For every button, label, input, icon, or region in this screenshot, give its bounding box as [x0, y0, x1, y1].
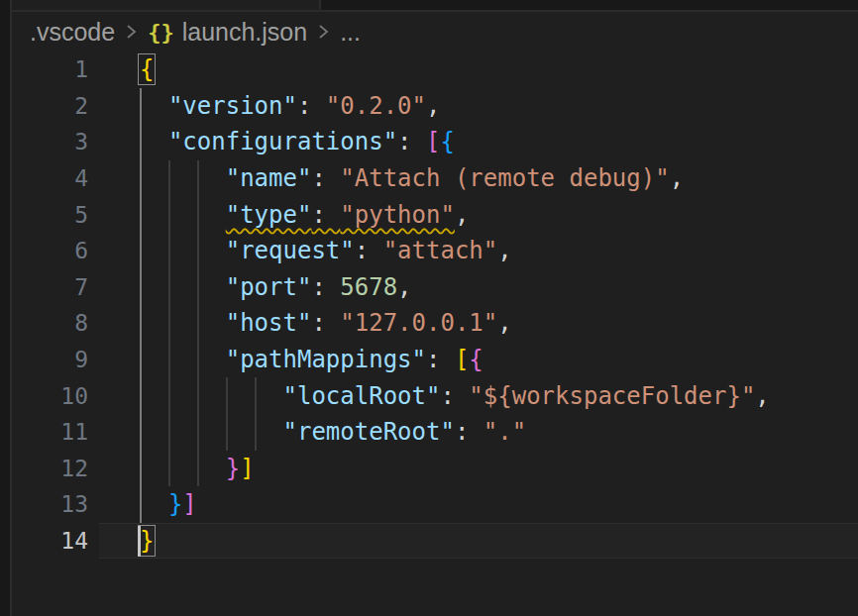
code-line-content: "host": "127.0.0.1", — [140, 309, 512, 337]
code-token: "." — [483, 418, 526, 446]
code-line-1[interactable]: 1{ — [12, 51, 858, 88]
code-token: "type" — [226, 201, 312, 229]
vscode-window: .vscode {} launch.json ... 1{2 "version"… — [0, 0, 858, 616]
code-token — [140, 346, 226, 373]
code-token: ] — [240, 455, 254, 482]
breadcrumb-file[interactable]: launch.json — [182, 18, 307, 47]
code-token: , — [397, 273, 411, 301]
code-token: "python" — [340, 201, 455, 229]
indent-guide — [255, 377, 257, 450]
code-token: : — [311, 309, 340, 337]
code-token: : — [355, 237, 383, 264]
tab-divider — [319, 0, 321, 10]
current-line-highlight — [99, 523, 858, 560]
code-token: "port" — [226, 273, 312, 301]
chevron-right-icon — [123, 22, 140, 42]
code-token: 5678 — [340, 273, 397, 301]
line-number[interactable]: 2 — [12, 93, 88, 119]
code-token: "0.2.0" — [326, 92, 426, 120]
code-token: "Attach (remote debug)" — [340, 164, 669, 192]
code-line-content: "localRoot": "${workspaceFolder}", — [140, 382, 770, 410]
code-line-content: "pathMappings": [{ — [140, 346, 483, 373]
code-token — [140, 490, 168, 518]
line-number[interactable]: 3 — [12, 129, 88, 154]
code-token: : — [311, 201, 340, 229]
indent-guide — [226, 377, 228, 450]
code-line-content: }] — [140, 490, 197, 518]
code-token: ] — [182, 490, 196, 518]
code-token: , — [670, 164, 684, 192]
code-lines[interactable]: 1{2 "version": "0.2.0",3 "configurations… — [12, 51, 858, 616]
code-token — [140, 164, 226, 192]
code-token: : — [297, 92, 326, 120]
code-token — [140, 382, 283, 410]
code-token: : — [440, 382, 469, 410]
text-cursor — [138, 526, 141, 557]
breadcrumb-symbol[interactable]: ... — [340, 18, 361, 47]
line-number[interactable]: 9 — [12, 347, 88, 372]
breadcrumb: .vscode {} launch.json ... — [12, 12, 858, 51]
code-token: "host" — [226, 309, 312, 337]
code-token — [140, 309, 226, 337]
code-token — [140, 418, 283, 446]
code-token — [140, 273, 226, 301]
code-token: , — [497, 309, 511, 337]
code-line-content: "configurations": [{ — [140, 128, 455, 155]
line-number[interactable]: 1 — [12, 56, 88, 82]
bracket-match: } — [140, 527, 154, 555]
code-token: "name" — [226, 164, 312, 192]
code-token: [ — [455, 346, 469, 373]
line-number[interactable]: 7 — [12, 274, 88, 300]
line-number[interactable]: 11 — [12, 419, 88, 445]
indent-guide — [197, 160, 199, 486]
code-token: "version" — [168, 92, 297, 120]
code-token: } — [226, 455, 240, 482]
code-token: : — [311, 164, 340, 192]
code-token: , — [755, 382, 769, 410]
code-token: { — [469, 346, 483, 373]
code-line-content: "request": "attach", — [140, 237, 512, 264]
indent-guide — [168, 160, 170, 486]
code-line-content: } — [140, 527, 154, 555]
code-token: "127.0.0.1" — [340, 309, 497, 337]
code-line-content: "name": "Attach (remote debug)", — [140, 164, 684, 192]
code-token: "remoteRoot" — [283, 418, 455, 446]
code-token — [140, 128, 168, 155]
line-number[interactable]: 4 — [12, 165, 88, 191]
line-number[interactable]: 13 — [12, 491, 88, 517]
code-token: { — [440, 128, 454, 155]
bracket-match: { — [140, 55, 154, 83]
line-number[interactable]: 8 — [12, 310, 88, 336]
line-number[interactable]: 10 — [12, 383, 88, 409]
code-token: , — [497, 237, 511, 264]
line-number[interactable]: 14 — [12, 528, 88, 554]
code-token: : — [426, 346, 455, 373]
code-line-content: "type": "python", — [140, 201, 469, 229]
breadcrumb-folder[interactable]: .vscode — [30, 18, 115, 47]
code-token: : — [397, 128, 426, 155]
code-line-14[interactable]: 14} — [12, 523, 858, 560]
code-token: [ — [426, 128, 440, 155]
line-number[interactable]: 6 — [12, 238, 88, 263]
code-token: "${workspaceFolder}" — [469, 382, 755, 410]
code-token — [140, 455, 226, 482]
code-token — [140, 237, 226, 264]
indent-guide — [140, 88, 142, 523]
code-token — [140, 201, 226, 229]
json-file-icon: {} — [148, 20, 174, 45]
code-token: : — [311, 273, 340, 301]
code-token: "configurations" — [168, 128, 397, 155]
code-token: } — [168, 490, 182, 518]
code-token: , — [455, 201, 469, 229]
code-line-content: { — [140, 55, 154, 83]
code-token: "attach" — [383, 237, 498, 264]
code-token: : — [455, 418, 483, 446]
code-token — [140, 92, 168, 120]
active-tab-bottom-strip — [12, 0, 319, 10]
code-line-content: "version": "0.2.0", — [140, 92, 440, 120]
chevron-right-icon — [315, 22, 332, 42]
code-token: "request" — [226, 237, 355, 264]
line-number[interactable]: 5 — [12, 202, 88, 228]
code-token: , — [426, 92, 440, 120]
line-number[interactable]: 12 — [12, 456, 88, 481]
